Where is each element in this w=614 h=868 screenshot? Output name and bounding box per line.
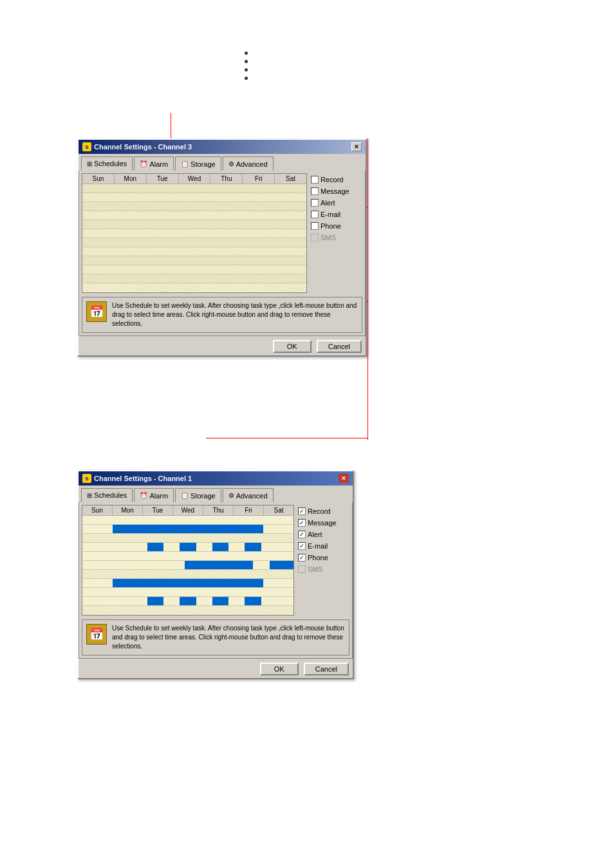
grid-header-2: Sun Mon Tue Wed Thu Fri Sat	[82, 505, 293, 516]
grid-row-1-12[interactable]	[82, 283, 306, 292]
grid-row-1-8[interactable]	[82, 247, 306, 256]
schedules-tab-icon-1: ⊞	[87, 160, 92, 167]
checkbox-record-2[interactable]: Record	[298, 507, 349, 515]
tab-schedules-1[interactable]: ⊞ Schedules	[81, 156, 133, 171]
checkbox-sms-1: SMS	[311, 234, 362, 241]
grid-row-1-7[interactable]	[82, 238, 306, 247]
record-checkbox-2[interactable]	[298, 507, 306, 515]
checkbox-phone-1[interactable]: Phone	[311, 222, 362, 230]
alarm-tab-icon-2: ⏰	[140, 492, 147, 499]
advanced-tab-icon-1: ⚙	[228, 160, 234, 167]
title-bar-1: S Channel Settings - Channel 3 ✕	[79, 140, 366, 154]
tab-advanced-label-2: Advanced	[236, 492, 268, 500]
message-checkbox-1[interactable]	[311, 187, 319, 195]
sms-checkbox-1	[311, 234, 319, 241]
grid-row-2-4[interactable]	[82, 543, 293, 552]
tab-alarm-2[interactable]: ⏰ Alarm	[134, 488, 174, 502]
grid-row-1-4[interactable]	[82, 211, 306, 220]
tab-alarm-1[interactable]: ⏰ Alarm	[134, 156, 174, 171]
header-tue-2: Tue	[143, 505, 173, 516]
title-bar-2: S Channel Settings - Channel 1 ✕	[79, 471, 353, 486]
grid-row-1-9[interactable]	[82, 256, 306, 265]
bullet-list	[245, 52, 248, 80]
grid-row-2-9[interactable]	[82, 588, 293, 597]
grid-row-2-11[interactable]	[82, 606, 293, 615]
message-label-2: Message	[308, 519, 337, 527]
header-wed-1: Wed	[179, 174, 211, 184]
grid-row-1-11[interactable]	[82, 274, 306, 283]
title-bar-left-2: S Channel Settings - Channel 1	[82, 474, 192, 483]
grid-row-2-3[interactable]	[82, 534, 293, 543]
info-box-1: 📅 Use Schedule to set weekly task. After…	[82, 297, 362, 333]
tab-advanced-2[interactable]: ⚙ Advanced	[223, 488, 274, 502]
grid-row-2-7[interactable]	[82, 570, 293, 579]
dialog2-title: Channel Settings - Channel 1	[94, 475, 192, 482]
dialog1-title: Channel Settings - Channel 3	[94, 143, 192, 151]
header-tue-1: Tue	[147, 174, 179, 184]
grid-row-1-6[interactable]	[82, 229, 306, 238]
alert-label-2: Alert	[308, 531, 322, 538]
cancel-button-2[interactable]: Cancel	[304, 663, 349, 675]
alert-checkbox-1[interactable]	[311, 199, 319, 207]
tab-storage-label-1: Storage	[191, 160, 216, 168]
checkbox-alert-2[interactable]: Alert	[298, 531, 349, 538]
checkbox-email-2[interactable]: E-mail	[298, 542, 349, 550]
tabs-bar-2: ⊞ Schedules ⏰ Alarm 📋 Storage ⚙ Advanced	[79, 486, 353, 502]
tabs-bar-1: ⊞ Schedules ⏰ Alarm 📋 Storage ⚙ Advanced	[79, 154, 366, 171]
checkbox-alert-1[interactable]: Alert	[311, 199, 362, 207]
ok-button-1[interactable]: OK	[273, 340, 312, 353]
grid-row-2-6[interactable]	[82, 561, 293, 570]
tab-schedules-label-1: Schedules	[94, 160, 127, 167]
email-checkbox-2[interactable]	[298, 542, 306, 550]
grid-row-2-8[interactable]	[82, 579, 293, 588]
bullet-4	[245, 77, 248, 80]
schedule-grid-1[interactable]: Sun Mon Tue Wed Thu Fri Sat	[82, 173, 307, 293]
cancel-button-1[interactable]: Cancel	[317, 340, 362, 353]
tab-storage-1[interactable]: 📋 Storage	[175, 156, 221, 171]
phone-checkbox-1[interactable]	[311, 222, 319, 230]
info-text-1: Use Schedule to set weekly task. After c…	[112, 301, 358, 328]
message-checkbox-2[interactable]	[298, 519, 306, 527]
ok-button-2[interactable]: OK	[260, 663, 299, 675]
header-sun-1: Sun	[82, 174, 115, 184]
tab-schedules-2[interactable]: ⊞ Schedules	[81, 488, 133, 502]
checkbox-message-1[interactable]: Message	[311, 187, 362, 195]
checkbox-email-1[interactable]: E-mail	[311, 211, 362, 218]
grid-row-1-10[interactable]	[82, 265, 306, 274]
dialog-channel3: S Channel Settings - Channel 3 ✕ ⊞ Sched…	[77, 138, 367, 357]
info-text-2: Use Schedule to set weekly task. After c…	[112, 624, 345, 651]
grid-row-2-10[interactable]	[82, 597, 293, 606]
grid-row-1-1[interactable]	[82, 184, 306, 193]
grid-row-2-5[interactable]	[82, 552, 293, 561]
checkbox-message-2[interactable]: Message	[298, 519, 349, 527]
close-button-1[interactable]: ✕	[351, 142, 362, 151]
message-label-1: Message	[321, 187, 349, 195]
email-label-1: E-mail	[321, 211, 340, 218]
grid-row-2-2[interactable]	[82, 525, 293, 534]
header-fri-1: Fri	[243, 174, 275, 184]
header-fri-2: Fri	[234, 505, 264, 516]
schedule-grid-2[interactable]: Sun Mon Tue Wed Thu Fri Sat	[82, 505, 294, 616]
header-sat-1: Sat	[275, 174, 306, 184]
header-wed-2: Wed	[173, 505, 203, 516]
checkbox-phone-2[interactable]: Phone	[298, 554, 349, 561]
tab-alarm-label-2: Alarm	[149, 492, 168, 500]
grid-row-1-2[interactable]	[82, 193, 306, 202]
bullet-2	[245, 60, 248, 63]
email-checkbox-1[interactable]	[311, 211, 319, 218]
grid-row-2-1[interactable]	[82, 516, 293, 525]
alert-checkbox-2[interactable]	[298, 531, 306, 538]
header-thu-2: Thu	[203, 505, 234, 516]
advanced-tab-icon-2: ⚙	[228, 492, 234, 499]
grid-row-1-5[interactable]	[82, 220, 306, 229]
grid-row-1-3[interactable]	[82, 202, 306, 211]
phone-checkbox-2[interactable]	[298, 554, 306, 561]
tab-storage-2[interactable]: 📋 Storage	[175, 488, 221, 502]
tab-storage-label-2: Storage	[191, 492, 216, 500]
close-button-2[interactable]: ✕	[339, 474, 349, 483]
checkbox-record-1[interactable]: Record	[311, 176, 362, 184]
tab-advanced-1[interactable]: ⚙ Advanced	[223, 156, 274, 171]
email-label-2: E-mail	[308, 542, 328, 550]
record-checkbox-1[interactable]	[311, 176, 319, 184]
schedule-container-2: Sun Mon Tue Wed Thu Fri Sat	[82, 505, 349, 616]
